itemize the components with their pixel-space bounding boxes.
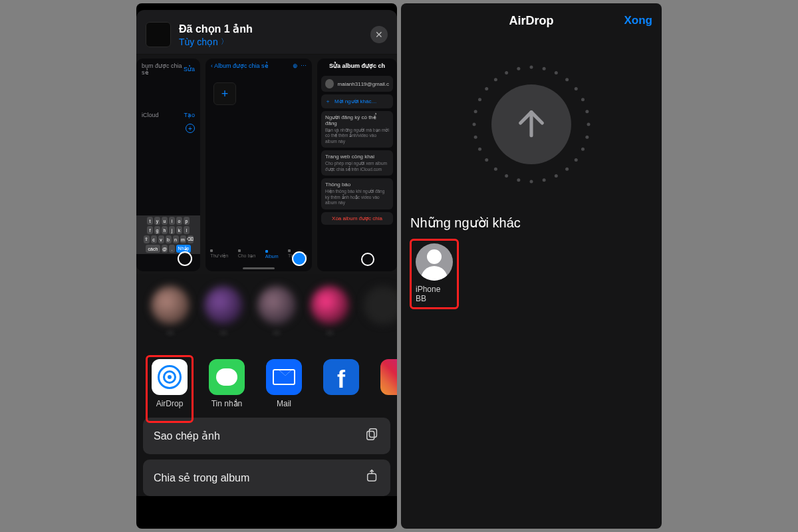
airdrop-header: AirDrop Xong: [401, 3, 662, 38]
thumb1-edit: Sửa: [184, 66, 195, 72]
arrow-up-icon: [513, 104, 550, 144]
chevron-right-icon: 〉: [221, 37, 228, 47]
selection-ring-icon: [178, 251, 192, 266]
person-add-icon: ⊕: [293, 63, 298, 69]
contact-avatar[interactable]: [257, 286, 296, 325]
share-sheet-screen: Đã chọn 1 ảnh Tùy chọn 〉 ✕ bum được chia…: [136, 3, 397, 529]
thumb3-opt2: Trang web công khai: [325, 154, 389, 160]
airdrop-target-name: iPhone BB: [416, 285, 453, 303]
thumb1-create: Tạo: [184, 112, 195, 118]
thumb3-title: Sửa album được ch: [317, 59, 397, 73]
facebook-icon: f: [323, 359, 359, 395]
selected-count-label: Đã chọn 1 ảnh: [179, 23, 370, 35]
mail-icon: [266, 359, 302, 395]
done-button[interactable]: Xong: [624, 14, 653, 27]
action-share-in-album[interactable]: Chia sẻ trong album: [143, 460, 390, 496]
airdrop-send-indicator: [401, 38, 662, 211]
share-apps-row: AirDrop Tin nhắn Mail f: [136, 354, 397, 414]
airdrop-title: AirDrop: [509, 14, 554, 28]
thumb1-keyboard: tyuiop fghjkl ⇧cvbnm⌫ cách @ . Nhập: [136, 215, 200, 254]
contact-avatar[interactable]: [311, 286, 349, 325]
thumb2-tabbar: Thư viện Cho bạn Album Tìm kiếm: [205, 243, 312, 265]
svg-rect-2: [368, 473, 376, 481]
share-options-button[interactable]: Tùy chọn 〉: [179, 37, 370, 47]
thumb2-back: ‹ Album được chia sẻ: [211, 63, 269, 69]
recent-thumbnail-1[interactable]: bum được chia sẻ Sửa iCloud Tạo + tyuiop…: [136, 59, 200, 271]
action-sharealbum-label: Chia sẻ trong album: [154, 471, 249, 484]
thumb3-opt1: Người đăng ký có thể đăng: [325, 114, 389, 126]
highlight-box: iPhone BB: [410, 239, 459, 309]
contact-avatar[interactable]: [204, 286, 243, 325]
plus-icon: ＋: [325, 98, 331, 105]
app-messages[interactable]: Tin nhắn: [207, 359, 247, 408]
upload-circle: [491, 84, 571, 164]
thumb3-delete: Xóa album được chia: [321, 212, 393, 225]
thumb3-email: maianh3119@gmail.c: [338, 81, 390, 87]
app-mail-label: Mail: [277, 399, 291, 408]
share-sheet-header: Đã chọn 1 ảnh Tùy chọn 〉 ✕: [136, 10, 397, 55]
app-airdrop-label: AirDrop: [156, 399, 184, 408]
svg-rect-0: [369, 429, 376, 438]
thumb2-add-tile: +: [213, 82, 236, 105]
action-copy-photo[interactable]: Sao chép ảnh: [143, 418, 390, 454]
contact-avatar[interactable]: [151, 286, 190, 325]
more-icon: ⋯: [301, 63, 307, 69]
person-icon: [416, 243, 453, 281]
others-section-title: Những người khác: [401, 211, 662, 236]
app-airdrop[interactable]: AirDrop: [150, 359, 190, 408]
recent-thumbnail-2-selected[interactable]: ‹ Album được chia sẻ ⊕⋯ + Thư viện Cho b…: [205, 59, 312, 271]
selection-ring-icon: [361, 253, 374, 266]
contact-avatar[interactable]: [364, 286, 397, 325]
action-copy-label: Sao chép ảnh: [154, 430, 220, 442]
instagram-icon: [380, 359, 397, 395]
header-text: Đã chọn 1 ảnh Tùy chọn 〉: [179, 23, 370, 47]
svg-rect-1: [367, 431, 374, 440]
recent-items-strip[interactable]: bum được chia sẻ Sửa iCloud Tạo + tyuiop…: [136, 55, 397, 274]
close-button[interactable]: ✕: [370, 26, 388, 43]
thumb3-opt3: Thông báo: [325, 182, 389, 188]
recent-thumbnail-3[interactable]: Sửa album được ch maianh3119@gmail.c ＋ M…: [317, 59, 397, 271]
app-instagram[interactable]: [378, 359, 397, 399]
close-icon: ✕: [375, 29, 383, 40]
share-options-label: Tùy chọn: [179, 37, 218, 47]
thumb1-header: bum được chia sẻ: [142, 63, 184, 76]
messages-icon: [209, 359, 245, 395]
airdrop-screen: AirDrop Xong Những người khác iPhone BB: [401, 3, 662, 529]
thumb3-invite: Mời người khác…: [334, 98, 376, 104]
thumb1-icloud: iCloud: [142, 112, 159, 118]
selected-photo-thumbnail[interactable]: [146, 22, 171, 47]
person-icon: [325, 79, 334, 88]
cloud-share-icon: [365, 469, 380, 487]
app-facebook[interactable]: f: [321, 359, 361, 399]
app-messages-label: Tin nhắn: [211, 399, 243, 408]
share-contacts-row[interactable]: — — — —: [136, 274, 397, 354]
app-mail[interactable]: Mail: [264, 359, 304, 408]
copy-icon: [365, 427, 380, 445]
airdrop-icon: [152, 359, 188, 395]
share-actions-list: Sao chép ảnh Chia sẻ trong album: [136, 414, 397, 496]
airdrop-target[interactable]: iPhone BB: [409, 236, 460, 312]
